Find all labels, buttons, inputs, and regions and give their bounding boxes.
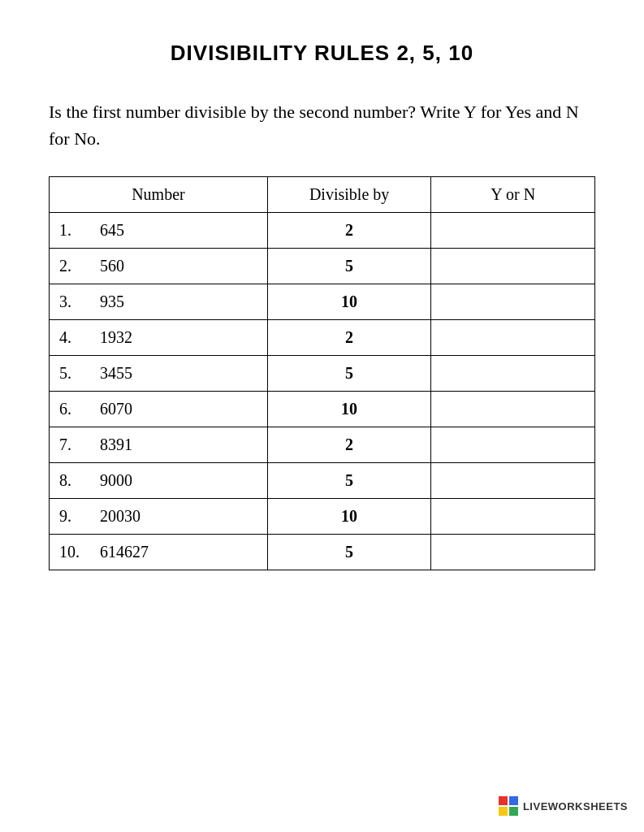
logo-icon-red bbox=[499, 796, 508, 805]
divisibility-table: Number Divisible by Y or N 1.64522.56053… bbox=[49, 176, 595, 570]
table-header-row: Number Divisible by Y or N bbox=[50, 177, 595, 213]
row-number-value: 3455 bbox=[84, 364, 132, 383]
cell-number: 1.645 bbox=[50, 213, 268, 249]
y-or-n-input[interactable] bbox=[443, 543, 582, 561]
table-row: 7.83912 bbox=[50, 427, 595, 463]
cell-y-or-n[interactable] bbox=[431, 499, 595, 535]
cell-y-or-n[interactable] bbox=[431, 392, 595, 427]
logo-icon-green bbox=[509, 807, 518, 816]
header-divisible-by: Divisible by bbox=[267, 177, 431, 213]
cell-number: 10.614627 bbox=[50, 535, 268, 570]
logo-icon bbox=[499, 796, 518, 816]
row-index: 2. bbox=[59, 257, 84, 275]
instructions-text: Is the first number divisible by the sec… bbox=[49, 98, 595, 152]
logo-icon-blue bbox=[509, 796, 518, 805]
cell-divisible-by: 2 bbox=[267, 213, 431, 249]
cell-y-or-n[interactable] bbox=[431, 249, 595, 284]
cell-y-or-n[interactable] bbox=[431, 535, 595, 570]
table-row: 10.6146275 bbox=[50, 535, 595, 570]
cell-y-or-n[interactable] bbox=[431, 356, 595, 392]
row-index: 4. bbox=[59, 328, 84, 347]
cell-number: 6.6070 bbox=[50, 392, 268, 427]
cell-number: 3.935 bbox=[50, 284, 268, 320]
y-or-n-input[interactable] bbox=[443, 507, 582, 526]
y-or-n-input[interactable] bbox=[443, 436, 582, 454]
cell-number: 7.8391 bbox=[50, 427, 268, 463]
row-number-value: 1932 bbox=[84, 328, 132, 347]
y-or-n-input[interactable] bbox=[443, 292, 582, 311]
y-or-n-input[interactable] bbox=[443, 471, 582, 490]
header-y-or-n: Y or N bbox=[431, 177, 595, 213]
row-index: 8. bbox=[59, 471, 84, 490]
cell-number: 8.9000 bbox=[50, 463, 268, 499]
page: DIVISIBILITY RULES 2, 5, 10 Is the first… bbox=[0, 0, 644, 832]
row-index: 5. bbox=[59, 364, 84, 383]
liveworksheets-logo: LIVEWORKSHEETS bbox=[499, 796, 628, 816]
y-or-n-input[interactable] bbox=[443, 400, 582, 418]
y-or-n-input[interactable] bbox=[443, 328, 582, 347]
cell-divisible-by: 2 bbox=[267, 427, 431, 463]
cell-number: 4.1932 bbox=[50, 320, 268, 356]
row-number-value: 6070 bbox=[84, 400, 132, 418]
row-number-value: 935 bbox=[84, 292, 124, 311]
y-or-n-input[interactable] bbox=[443, 364, 582, 383]
cell-divisible-by: 5 bbox=[267, 463, 431, 499]
cell-divisible-by: 5 bbox=[267, 356, 431, 392]
cell-number: 5.3455 bbox=[50, 356, 268, 392]
row-number-value: 645 bbox=[84, 221, 124, 240]
row-index: 1. bbox=[59, 221, 84, 240]
cell-divisible-by: 2 bbox=[267, 320, 431, 356]
table-row: 4.19322 bbox=[50, 320, 595, 356]
row-number-value: 9000 bbox=[84, 471, 132, 490]
row-number-value: 560 bbox=[84, 257, 124, 275]
logo-text: LIVEWORKSHEETS bbox=[523, 800, 628, 812]
y-or-n-input[interactable] bbox=[443, 257, 582, 275]
cell-y-or-n[interactable] bbox=[431, 213, 595, 249]
row-index: 7. bbox=[59, 436, 84, 454]
cell-y-or-n[interactable] bbox=[431, 320, 595, 356]
cell-divisible-by: 10 bbox=[267, 499, 431, 535]
page-title: DIVISIBILITY RULES 2, 5, 10 bbox=[49, 41, 595, 66]
cell-divisible-by: 5 bbox=[267, 249, 431, 284]
row-number-value: 8391 bbox=[84, 436, 132, 454]
table-row: 5.34555 bbox=[50, 356, 595, 392]
row-index: 9. bbox=[59, 507, 84, 526]
table-row: 3.93510 bbox=[50, 284, 595, 320]
row-number-value: 20030 bbox=[84, 507, 140, 526]
logo-icon-yellow bbox=[499, 807, 508, 816]
cell-divisible-by: 10 bbox=[267, 284, 431, 320]
cell-divisible-by: 5 bbox=[267, 535, 431, 570]
table-row: 2.5605 bbox=[50, 249, 595, 284]
y-or-n-input[interactable] bbox=[443, 221, 582, 240]
table-row: 1.6452 bbox=[50, 213, 595, 249]
table-row: 8.90005 bbox=[50, 463, 595, 499]
row-index: 6. bbox=[59, 400, 84, 418]
row-index: 3. bbox=[59, 292, 84, 311]
cell-y-or-n[interactable] bbox=[431, 427, 595, 463]
cell-number: 2.560 bbox=[50, 249, 268, 284]
cell-y-or-n[interactable] bbox=[431, 284, 595, 320]
row-number-value: 614627 bbox=[84, 543, 149, 561]
cell-divisible-by: 10 bbox=[267, 392, 431, 427]
row-index: 10. bbox=[59, 543, 84, 561]
table-row: 6.607010 bbox=[50, 392, 595, 427]
cell-y-or-n[interactable] bbox=[431, 463, 595, 499]
table-row: 9.2003010 bbox=[50, 499, 595, 535]
cell-number: 9.20030 bbox=[50, 499, 268, 535]
header-number: Number bbox=[50, 177, 268, 213]
